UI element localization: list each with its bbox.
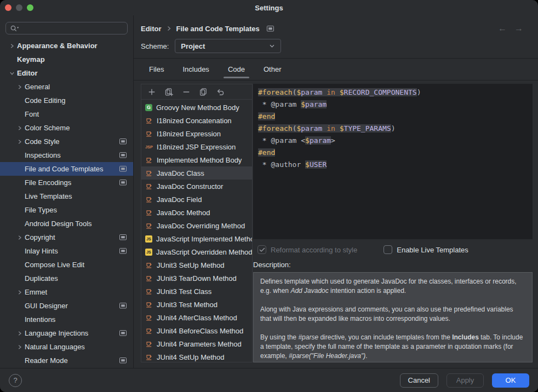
chevron-right-icon[interactable] <box>15 139 25 145</box>
options-row: Reformat according to style Enable Live … <box>253 245 533 255</box>
project-level-icon <box>119 330 127 336</box>
java-icon <box>145 274 153 282</box>
sidebar-item-inspections[interactable]: Inspections <box>0 148 133 162</box>
tab-other[interactable]: Other <box>261 59 284 80</box>
sidebar-item-code-style[interactable]: Code Style <box>0 135 133 148</box>
scheme-row: Scheme: Project <box>134 39 538 53</box>
chevron-right-icon[interactable] <box>15 125 25 131</box>
breadcrumb-editor[interactable]: Editor <box>141 25 162 33</box>
template-item-junit4-parameters-method[interactable]: JUnit4 Parameters Method <box>141 337 252 350</box>
sidebar-item-intentions[interactable]: Intentions <box>0 313 133 326</box>
template-item-javadoc-overriding-method[interactable]: JavaDoc Overriding Method <box>141 219 252 232</box>
ok-button[interactable]: OK <box>492 373 529 388</box>
sidebar-item-reader-mode[interactable]: Reader Mode <box>0 354 133 367</box>
create-duplicate-button[interactable] <box>164 88 174 96</box>
template-item-javascript-implemented-method[interactable]: JSJavaScript Implemented Method <box>141 232 252 245</box>
remove-button[interactable] <box>182 88 191 96</box>
java-icon <box>145 301 153 308</box>
sidebar-item-color-scheme[interactable]: Color Scheme <box>0 121 133 135</box>
project-level-icon <box>119 152 127 158</box>
sidebar-item-label: Language Injections <box>25 329 88 337</box>
sidebar-item-natural-languages[interactable]: Natural Languages <box>0 340 133 354</box>
template-item-i18nized-expression[interactable]: I18nized Expression <box>141 127 252 140</box>
template-item-javascript-overridden-method[interactable]: JSJavaScript Overridden Method <box>141 245 252 258</box>
sidebar-item-code-editing[interactable]: Code Editing <box>0 94 133 107</box>
template-editor[interactable]: #foreach($param in $RECORD_COMPONENTS) *… <box>253 84 533 239</box>
sidebar-item-appearance-behavior[interactable]: Appearance & Behavior <box>0 39 133 53</box>
java-icon <box>145 182 153 190</box>
chevron-down-icon[interactable] <box>7 71 17 76</box>
sidebar-item-duplicates[interactable]: Duplicates <box>0 272 133 285</box>
sidebar-item-emmet[interactable]: Emmet <box>0 285 133 299</box>
tab-bar: FilesIncludesCodeOther <box>134 59 538 80</box>
scheme-dropdown[interactable]: Project <box>175 39 281 53</box>
sidebar-item-file-encodings[interactable]: File Encodings <box>0 176 133 189</box>
jsp-icon: JSP <box>145 143 153 151</box>
template-item-junit4-beforeclass-method[interactable]: JUnit4 BeforeClass Method <box>141 324 252 337</box>
chevron-right-icon[interactable] <box>15 84 25 90</box>
cancel-button[interactable]: Cancel <box>400 373 438 388</box>
sidebar-item-label: Color Scheme <box>25 124 70 132</box>
chevron-right-icon[interactable] <box>15 331 25 336</box>
java-icon <box>145 327 153 335</box>
tab-includes[interactable]: Includes <box>180 59 211 80</box>
template-item-i18nized-concatenation[interactable]: I18nized Concatenation <box>141 114 252 127</box>
sidebar-item-editor[interactable]: Editor <box>0 66 133 80</box>
tab-files[interactable]: Files <box>147 59 166 80</box>
chevron-right-icon[interactable] <box>15 235 25 240</box>
help-button[interactable]: ? <box>9 374 22 387</box>
sidebar-item-label: Compose Live Edit <box>25 261 84 269</box>
sidebar-item-general[interactable]: General <box>0 80 133 94</box>
sidebar-item-file-and-code-templates[interactable]: File and Code Templates <box>0 162 133 176</box>
scheme-value: Project <box>181 42 205 50</box>
chevron-right-icon[interactable] <box>7 43 17 49</box>
template-item-junit4-afterclass-method[interactable]: JUnit4 AfterClass Method <box>141 311 252 324</box>
sidebar-item-keymap[interactable]: Keymap <box>0 53 133 66</box>
template-item-junit3-test-class[interactable]: JUnit3 Test Class <box>141 285 252 298</box>
description-paragraph: Along with Java expressions and comments… <box>260 305 525 324</box>
sidebar-item-font[interactable]: Font <box>0 107 133 121</box>
template-item-label: JUnit3 TearDown Method <box>157 274 237 283</box>
template-item-junit4-setup-method[interactable]: JUnit4 SetUp Method <box>141 350 252 362</box>
template-item-implemented-method-body[interactable]: Implemented Method Body <box>141 153 252 166</box>
sidebar-item-file-types[interactable]: File Types <box>0 203 133 217</box>
copy-button[interactable] <box>199 88 208 96</box>
sidebar-item-label: Inspections <box>25 151 61 159</box>
chevron-right-icon[interactable] <box>15 290 25 295</box>
sidebar-item-label: Live Templates <box>25 192 72 200</box>
template-item-groovy-new-method-body[interactable]: GGroovy New Method Body <box>141 101 252 114</box>
sidebar-item-compose-live-edit[interactable]: Compose Live Edit <box>0 258 133 272</box>
template-item-junit3-setup-method[interactable]: JUnit3 SetUp Method <box>141 258 252 272</box>
chevron-right-icon[interactable] <box>15 344 25 350</box>
search-input[interactable] <box>5 22 128 34</box>
live-templates-checkbox[interactable]: Enable Live Templates <box>384 245 468 254</box>
java-icon <box>145 287 153 295</box>
template-item-javadoc-method[interactable]: JavaDoc Method <box>141 206 252 219</box>
tab-code[interactable]: Code <box>226 59 247 80</box>
template-item-javadoc-constructor[interactable]: JavaDoc Constructor <box>141 180 252 193</box>
sidebar-item-live-templates[interactable]: Live Templates <box>0 189 133 203</box>
add-button[interactable] <box>147 88 156 96</box>
sidebar-item-label: Code Editing <box>25 96 65 105</box>
forward-button[interactable]: → <box>514 24 523 33</box>
close-button[interactable] <box>5 4 12 11</box>
template-item-label: JUnit3 Test Method <box>157 301 218 309</box>
java-icon <box>145 314 153 321</box>
reset-to-default-button[interactable] <box>216 88 225 96</box>
zoom-button[interactable] <box>27 4 33 11</box>
sidebar-item-copyright[interactable]: Copyright <box>0 230 133 244</box>
template-item-junit3-teardown-method[interactable]: JUnit3 TearDown Method <box>141 272 252 285</box>
template-item-i18nized-jsp-expression[interactable]: JSPI18nized JSP Expression <box>141 140 252 153</box>
template-item-label: Groovy New Method Body <box>156 103 239 112</box>
template-item-label: JavaDoc Overriding Method <box>157 222 245 230</box>
sidebar-item-language-injections[interactable]: Language Injections <box>0 326 133 340</box>
sidebar-item-inlay-hints[interactable]: Inlay Hints <box>0 244 133 258</box>
back-button[interactable]: ← <box>498 24 507 33</box>
sidebar-item-android-design-tools[interactable]: Android Design Tools <box>0 217 133 230</box>
template-item-javadoc-class[interactable]: JavaDoc Class <box>141 166 252 180</box>
checkbox-checked-icon <box>257 245 266 254</box>
template-item-javadoc-field[interactable]: JavaDoc Field <box>141 193 252 206</box>
javascript-icon: JS <box>145 249 152 256</box>
template-item-junit3-test-method[interactable]: JUnit3 Test Method <box>141 298 252 311</box>
sidebar-item-gui-designer[interactable]: GUI Designer <box>0 299 133 313</box>
